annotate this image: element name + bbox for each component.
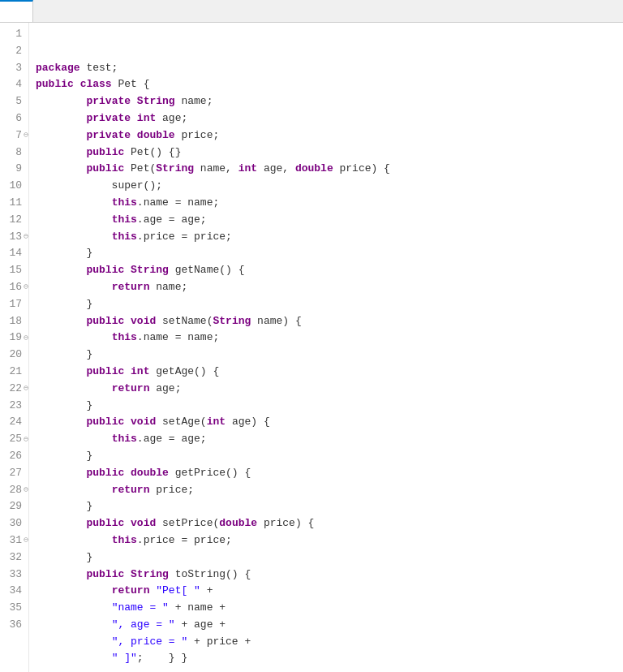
code-line: this.price = price; [36,532,617,549]
line-number: 30 [3,515,22,532]
line-number: 16⊖ [3,279,22,296]
line-number: 26 [3,448,22,465]
code-line: this.name = name; [36,195,617,212]
line-number: 23 [3,398,22,415]
code-line: return price; [36,482,617,499]
line-number: 15 [3,262,22,279]
line-number: 24 [3,414,22,431]
line-number: 35 [3,600,22,617]
fold-indicator[interactable]: ⊖ [24,129,28,142]
code-content[interactable]: package test;public class Pet { private … [29,23,623,672]
code-line: super(); [36,178,617,195]
line-number: 1 [3,26,22,43]
line-number: 14 [3,245,22,262]
line-number: 4 [3,76,22,93]
code-line: public double getPrice() { [36,465,617,482]
code-line: } [36,498,617,515]
line-number: 28⊖ [3,482,22,499]
code-line: public String getName() { [36,262,617,279]
code-line: this.price = price; [36,229,617,246]
code-line: } [36,448,617,465]
code-line: private String name; [36,93,617,110]
fold-indicator[interactable]: ⊖ [24,433,28,446]
line-number: 18 [3,313,22,330]
code-line: public Pet(String name, int age, double … [36,161,617,178]
line-number: 5 [3,93,22,110]
fold-indicator[interactable]: ⊖ [24,281,28,294]
code-line: } [36,398,617,415]
fold-indicator[interactable]: ⊖ [24,484,28,497]
code-line: public void setName(String name) { [36,313,617,330]
fold-indicator[interactable]: ⊖ [24,332,28,345]
code-line: private double price; [36,127,617,144]
code-line: public String toString() { [36,566,617,584]
line-number: 34 [3,583,22,600]
line-numbers: 1234567⊖8910111213⊖141516⊖171819⊖202122⊖… [0,23,29,672]
code-line: } [36,347,617,364]
line-number: 8 [3,144,22,162]
code-line: ", age = " + age + [36,617,617,634]
fold-indicator[interactable]: ⊖ [24,534,28,547]
editor-window: 1234567⊖8910111213⊖141516⊖171819⊖202122⊖… [0,0,623,672]
code-line: package test; [36,60,617,77]
line-number: 20 [3,347,22,364]
code-line: return "Pet[ " + [36,583,617,600]
line-number: 22⊖ [3,381,22,398]
code-line: } [36,549,617,566]
code-line: return age; [36,381,617,398]
tab-bar [0,0,623,23]
line-number: 36 [3,617,22,634]
code-line: public void setAge(int age) { [36,414,617,431]
code-line: this.age = age; [36,212,617,229]
line-number: 7⊖ [3,127,22,144]
line-number: 31⊖ [3,532,22,549]
code-line: " ]"; } } [36,650,617,667]
code-line: "name = " + name + [36,600,617,617]
code-line: this.age = age; [36,431,617,448]
line-number: 6 [3,110,22,127]
line-number: 19⊖ [3,330,22,347]
line-number: 9 [3,161,22,178]
line-number: 27 [3,465,22,482]
line-number: 17 [3,296,22,313]
line-number: 21 [3,364,22,381]
code-line: } [36,296,617,313]
code-line: } [36,245,617,262]
code-line: private int age; [36,110,617,127]
code-line: public Pet() {} [36,144,617,162]
line-number: 11 [3,195,22,212]
line-number: 10 [3,178,22,195]
line-number: 32 [3,549,22,566]
code-line: return name; [36,279,617,296]
fold-indicator[interactable]: ⊖ [24,230,28,243]
line-number: 33 [3,566,22,584]
code-area: 1234567⊖8910111213⊖141516⊖171819⊖202122⊖… [0,23,623,672]
line-number: 29 [3,498,22,515]
code-line: ", price = " + price + [36,634,617,651]
code-line: this.name = name; [36,330,617,347]
fold-indicator[interactable]: ⊖ [24,382,28,395]
code-line: public class Pet { [36,76,617,93]
line-number: 12 [3,212,22,229]
line-number: 3 [3,60,22,77]
line-number: 2 [3,43,22,60]
code-line: public void setPrice(double price) { [36,515,617,532]
editor-tab[interactable] [0,0,33,22]
code-line: public int getAge() { [36,364,617,381]
line-number: 25⊖ [3,431,22,448]
line-number: 13⊖ [3,229,22,246]
tab-close-button[interactable] [13,6,24,18]
